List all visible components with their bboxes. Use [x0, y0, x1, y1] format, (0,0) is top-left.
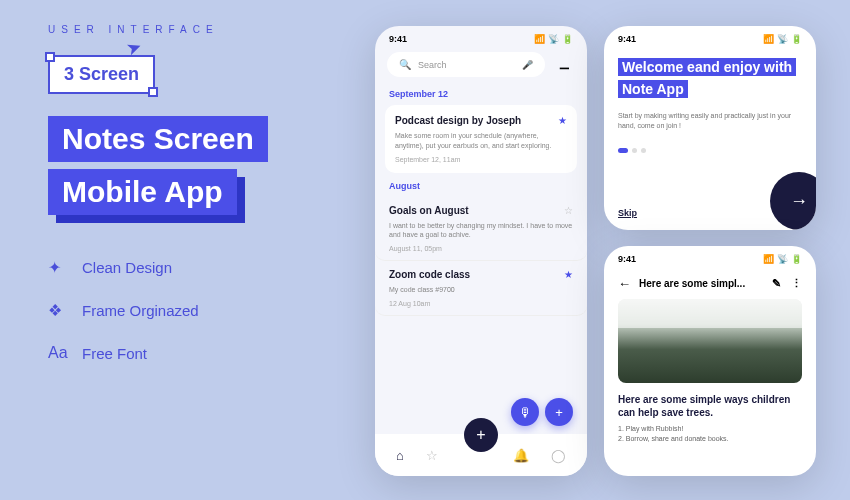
- create-button[interactable]: +: [464, 418, 498, 452]
- note-detail-title: Here are some simple ways children can h…: [604, 383, 816, 425]
- note-card[interactable]: Zoom code class★ My code class #9700 12 …: [375, 261, 587, 316]
- filter-button[interactable]: ⚊: [553, 52, 575, 77]
- next-button[interactable]: →: [770, 172, 816, 230]
- note-title: Podcast design by Joseph: [395, 115, 521, 126]
- note-body: My code class #9700: [389, 285, 573, 295]
- star-icon[interactable]: ★: [564, 269, 573, 280]
- signal-icon: 📶: [534, 34, 545, 44]
- battery-icon: 🔋: [562, 34, 573, 44]
- screen-count-badge: ➤ 3 Screen: [48, 55, 155, 94]
- phone-onboarding: 9:41 📶📡🔋 Welcome eand enjoy with Note Ap…: [604, 26, 816, 230]
- feature-frame-organized: ❖Frame Orginazed: [48, 301, 348, 320]
- search-placeholder: Search: [418, 60, 447, 70]
- phone-notes-list: 9:41 📶📡🔋 🔍 Search 🎤 ⚊ September 12 Podca…: [375, 26, 587, 476]
- layers-icon: ❖: [48, 301, 68, 320]
- status-time: 9:41: [389, 34, 407, 44]
- note-cover-image: [618, 299, 802, 383]
- onboarding-subtitle: Start by making writing easily and pract…: [618, 111, 802, 132]
- more-icon[interactable]: ⋮: [791, 277, 802, 290]
- sparkle-icon: ✦: [48, 258, 68, 277]
- note-detail-body: 1. Play with Rubbish! 2. Borrow, share a…: [604, 425, 816, 442]
- feature-clean-design: ✦Clean Design: [48, 258, 348, 277]
- nav-notifications[interactable]: 🔔: [513, 448, 529, 463]
- signal-icon: 📶: [763, 34, 774, 44]
- title-block: Notes Screen Mobile App: [48, 116, 348, 222]
- phone-note-detail: 9:41 📶📡🔋 ← Here are some simpl... ✎⋮ Her…: [604, 246, 816, 476]
- wifi-icon: 📡: [777, 254, 788, 264]
- note-date: September 12, 11am: [395, 156, 567, 163]
- nav-favorites[interactable]: ☆: [426, 448, 438, 463]
- feature-free-font: AaFree Font: [48, 344, 348, 362]
- edit-icon[interactable]: ✎: [772, 277, 781, 290]
- title-line-1: Notes Screen: [48, 116, 268, 162]
- star-icon[interactable]: ★: [558, 115, 567, 126]
- note-title: Goals on August: [389, 205, 469, 216]
- font-icon: Aa: [48, 344, 68, 362]
- nav-profile[interactable]: ◯: [551, 448, 566, 463]
- note-date: August 11, 05pm: [389, 245, 573, 252]
- status-icons: 📶📡🔋: [534, 34, 573, 44]
- onboarding-headline: Welcome eand enjoy with Note App: [618, 58, 796, 98]
- battery-icon: 🔋: [791, 34, 802, 44]
- status-bar: 9:41 📶📡🔋: [604, 246, 816, 272]
- search-input[interactable]: 🔍 Search 🎤: [387, 52, 545, 77]
- note-body: I want to be better by changing my minds…: [389, 221, 573, 241]
- note-body: Make some room in your schedule (anywher…: [395, 131, 567, 151]
- section-label: August: [375, 181, 587, 191]
- star-outline-icon[interactable]: ☆: [564, 205, 573, 216]
- wifi-icon: 📡: [777, 34, 788, 44]
- back-button[interactable]: ←: [618, 276, 631, 291]
- voice-note-button[interactable]: 🎙: [511, 398, 539, 426]
- nav-home[interactable]: ⌂: [396, 448, 404, 463]
- status-bar: 9:41 📶📡🔋: [375, 26, 587, 52]
- status-time: 9:41: [618, 254, 636, 264]
- skip-button[interactable]: Skip: [618, 208, 637, 218]
- note-card[interactable]: Podcast design by Joseph★ Make some room…: [385, 105, 577, 173]
- mic-icon[interactable]: 🎤: [522, 60, 533, 70]
- eyebrow-text: USER INTERFACE: [48, 24, 348, 35]
- wifi-icon: 📡: [548, 34, 559, 44]
- battery-icon: 🔋: [791, 254, 802, 264]
- title-line-2: Mobile App: [48, 169, 237, 215]
- status-time: 9:41: [618, 34, 636, 44]
- note-card[interactable]: Goals on August☆ I want to be better by …: [375, 197, 587, 262]
- signal-icon: 📶: [763, 254, 774, 264]
- detail-header-title: Here are some simpl...: [639, 278, 764, 289]
- status-icons: 📶📡🔋: [763, 34, 802, 44]
- status-icons: 📶📡🔋: [763, 254, 802, 264]
- note-title: Zoom code class: [389, 269, 470, 280]
- search-icon: 🔍: [399, 59, 411, 70]
- add-note-button[interactable]: +: [545, 398, 573, 426]
- note-date: 12 Aug 10am: [389, 300, 573, 307]
- status-bar: 9:41 📶📡🔋: [604, 26, 816, 52]
- section-label: September 12: [375, 89, 587, 99]
- page-indicator: [618, 148, 802, 153]
